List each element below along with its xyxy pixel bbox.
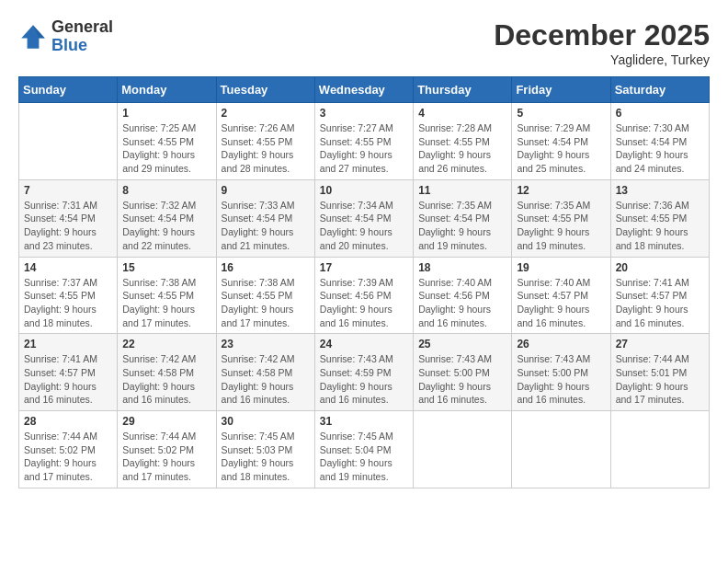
calendar-cell: 19Sunrise: 7:40 AM Sunset: 4:57 PM Dayli… [512, 257, 610, 334]
logo-icon [18, 22, 48, 52]
calendar-cell: 18Sunrise: 7:40 AM Sunset: 4:56 PM Dayli… [414, 257, 512, 334]
day-info: Sunrise: 7:31 AM Sunset: 4:54 PM Dayligh… [24, 199, 112, 253]
day-number: 3 [320, 107, 408, 120]
calendar-cell: 8Sunrise: 7:32 AM Sunset: 4:54 PM Daylig… [118, 179, 216, 257]
calendar-body: 1Sunrise: 7:25 AM Sunset: 4:55 PM Daylig… [19, 103, 710, 488]
day-info: Sunrise: 7:45 AM Sunset: 5:04 PM Dayligh… [320, 430, 408, 484]
calendar-cell: 10Sunrise: 7:34 AM Sunset: 4:54 PM Dayli… [314, 179, 413, 257]
calendar-cell: 20Sunrise: 7:41 AM Sunset: 4:57 PM Dayli… [610, 257, 709, 334]
day-info: Sunrise: 7:27 AM Sunset: 4:55 PM Dayligh… [320, 121, 408, 176]
calendar-cell: 4Sunrise: 7:28 AM Sunset: 4:55 PM Daylig… [414, 103, 512, 180]
day-info: Sunrise: 7:26 AM Sunset: 4:55 PM Dayligh… [222, 121, 310, 176]
day-info: Sunrise: 7:41 AM Sunset: 4:57 PM Dayligh… [24, 352, 112, 407]
day-info: Sunrise: 7:30 AM Sunset: 4:54 PM Dayligh… [616, 121, 704, 176]
calendar-cell: 16Sunrise: 7:38 AM Sunset: 4:55 PM Dayli… [216, 257, 314, 334]
day-info: Sunrise: 7:29 AM Sunset: 4:54 PM Dayligh… [517, 121, 605, 176]
calendar-cell: 12Sunrise: 7:35 AM Sunset: 4:55 PM Dayli… [512, 179, 610, 257]
page-header: General Blue December 2025 Yaglidere, Tu… [18, 18, 710, 67]
calendar-cell: 11Sunrise: 7:35 AM Sunset: 4:54 PM Dayli… [414, 179, 512, 257]
day-number: 26 [517, 338, 605, 350]
day-number: 4 [418, 107, 506, 120]
day-number: 6 [616, 107, 704, 120]
day-info: Sunrise: 7:36 AM Sunset: 4:55 PM Dayligh… [616, 199, 704, 253]
day-info: Sunrise: 7:44 AM Sunset: 5:02 PM Dayligh… [122, 430, 210, 484]
day-number: 17 [320, 261, 408, 274]
day-number: 11 [418, 184, 506, 197]
calendar-cell: 23Sunrise: 7:42 AM Sunset: 4:58 PM Dayli… [216, 334, 314, 411]
day-number: 30 [222, 415, 310, 428]
title-block: December 2025 Yaglidere, Turkey [494, 18, 710, 67]
logo-text: General Blue [51, 18, 113, 55]
calendar-cell: 6Sunrise: 7:30 AM Sunset: 4:54 PM Daylig… [610, 103, 709, 180]
day-info: Sunrise: 7:45 AM Sunset: 5:03 PM Dayligh… [222, 430, 310, 484]
calendar-cell: 24Sunrise: 7:43 AM Sunset: 4:59 PM Dayli… [314, 334, 413, 411]
day-info: Sunrise: 7:42 AM Sunset: 4:58 PM Dayligh… [222, 352, 310, 407]
calendar-cell: 13Sunrise: 7:36 AM Sunset: 4:55 PM Dayli… [610, 179, 709, 257]
day-number: 1 [122, 107, 210, 120]
day-number: 31 [320, 415, 408, 428]
week-row-4: 21Sunrise: 7:41 AM Sunset: 4:57 PM Dayli… [19, 334, 710, 411]
day-info: Sunrise: 7:43 AM Sunset: 4:59 PM Dayligh… [320, 352, 408, 407]
calendar-cell [414, 411, 512, 488]
day-number: 10 [320, 184, 408, 197]
weekday-header-sunday: Sunday [19, 77, 118, 103]
weekday-header-thursday: Thursday [414, 77, 512, 103]
calendar-cell: 2Sunrise: 7:26 AM Sunset: 4:55 PM Daylig… [216, 103, 314, 180]
day-number: 21 [24, 338, 112, 350]
calendar-cell: 28Sunrise: 7:44 AM Sunset: 5:02 PM Dayli… [19, 411, 118, 488]
day-info: Sunrise: 7:32 AM Sunset: 4:54 PM Dayligh… [122, 199, 210, 253]
day-info: Sunrise: 7:35 AM Sunset: 4:54 PM Dayligh… [418, 199, 506, 253]
calendar-cell: 9Sunrise: 7:33 AM Sunset: 4:54 PM Daylig… [216, 179, 314, 257]
weekday-header-monday: Monday [118, 77, 216, 103]
calendar-cell: 15Sunrise: 7:38 AM Sunset: 4:55 PM Dayli… [118, 257, 216, 334]
day-number: 5 [517, 107, 605, 120]
calendar-cell: 21Sunrise: 7:41 AM Sunset: 4:57 PM Dayli… [19, 334, 118, 411]
location-title: Yaglidere, Turkey [494, 52, 710, 67]
day-number: 18 [418, 261, 506, 274]
logo: General Blue [18, 18, 113, 55]
day-info: Sunrise: 7:34 AM Sunset: 4:54 PM Dayligh… [320, 199, 408, 253]
day-info: Sunrise: 7:40 AM Sunset: 4:56 PM Dayligh… [418, 276, 506, 330]
calendar-cell: 22Sunrise: 7:42 AM Sunset: 4:58 PM Dayli… [118, 334, 216, 411]
day-info: Sunrise: 7:43 AM Sunset: 5:00 PM Dayligh… [418, 352, 506, 407]
day-number: 23 [222, 338, 310, 350]
day-number: 14 [24, 261, 112, 274]
calendar-cell: 17Sunrise: 7:39 AM Sunset: 4:56 PM Dayli… [314, 257, 413, 334]
day-info: Sunrise: 7:38 AM Sunset: 4:55 PM Dayligh… [122, 276, 210, 330]
calendar-cell: 29Sunrise: 7:44 AM Sunset: 5:02 PM Dayli… [118, 411, 216, 488]
day-number: 2 [222, 107, 310, 120]
day-info: Sunrise: 7:39 AM Sunset: 4:56 PM Dayligh… [320, 276, 408, 330]
week-row-1: 1Sunrise: 7:25 AM Sunset: 4:55 PM Daylig… [19, 103, 710, 180]
day-number: 22 [122, 338, 210, 350]
day-info: Sunrise: 7:42 AM Sunset: 4:58 PM Dayligh… [122, 352, 210, 407]
calendar-cell: 3Sunrise: 7:27 AM Sunset: 4:55 PM Daylig… [314, 103, 413, 180]
week-row-2: 7Sunrise: 7:31 AM Sunset: 4:54 PM Daylig… [19, 179, 710, 257]
day-number: 15 [122, 261, 210, 274]
day-info: Sunrise: 7:38 AM Sunset: 4:55 PM Dayligh… [222, 276, 310, 330]
day-number: 27 [616, 338, 704, 350]
day-info: Sunrise: 7:33 AM Sunset: 4:54 PM Dayligh… [222, 199, 310, 253]
calendar-cell: 5Sunrise: 7:29 AM Sunset: 4:54 PM Daylig… [512, 103, 610, 180]
weekday-header-wednesday: Wednesday [314, 77, 413, 103]
month-title: December 2025 [494, 18, 710, 52]
weekday-row: SundayMondayTuesdayWednesdayThursdayFrid… [19, 77, 710, 103]
weekday-header-tuesday: Tuesday [216, 77, 314, 103]
day-number: 19 [517, 261, 605, 274]
day-info: Sunrise: 7:41 AM Sunset: 4:57 PM Dayligh… [616, 276, 704, 330]
calendar-cell: 31Sunrise: 7:45 AM Sunset: 5:04 PM Dayli… [314, 411, 413, 488]
day-number: 29 [122, 415, 210, 428]
day-number: 20 [616, 261, 704, 274]
day-number: 24 [320, 338, 408, 350]
calendar-cell: 14Sunrise: 7:37 AM Sunset: 4:55 PM Dayli… [19, 257, 118, 334]
day-number: 25 [418, 338, 506, 350]
calendar-cell: 25Sunrise: 7:43 AM Sunset: 5:00 PM Dayli… [414, 334, 512, 411]
calendar-cell: 30Sunrise: 7:45 AM Sunset: 5:03 PM Dayli… [216, 411, 314, 488]
day-info: Sunrise: 7:37 AM Sunset: 4:55 PM Dayligh… [24, 276, 112, 330]
day-number: 28 [24, 415, 112, 428]
calendar-cell: 26Sunrise: 7:43 AM Sunset: 5:00 PM Dayli… [512, 334, 610, 411]
logo-general: General [51, 18, 113, 37]
calendar-cell: 27Sunrise: 7:44 AM Sunset: 5:01 PM Dayli… [610, 334, 709, 411]
calendar-cell: 1Sunrise: 7:25 AM Sunset: 4:55 PM Daylig… [118, 103, 216, 180]
calendar-cell [610, 411, 709, 488]
day-number: 16 [222, 261, 310, 274]
